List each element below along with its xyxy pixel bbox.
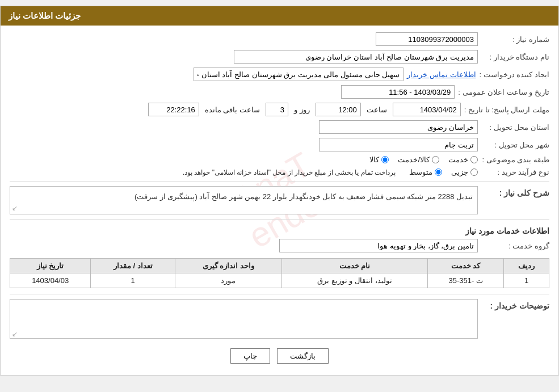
- purchase-note: پرداخت تمام یا بخشی از مبلغ خریدار از مح…: [183, 168, 396, 176]
- delivery-city-label: شهر محل تحویل :: [481, 141, 549, 149]
- cell-code: ت -351-35: [428, 273, 504, 288]
- response-time-input: [316, 103, 361, 116]
- cell-unit: مورد: [175, 273, 282, 288]
- requester-row: ایجاد کننده درخواست : اطلاعات تماس خریدا…: [10, 68, 549, 81]
- buyer-notes-wrapper: ↙: [10, 299, 478, 340]
- cell-row-number: 1: [504, 273, 549, 288]
- description-wrapper: تبدیل 2288 متر شبکه سیمی فشار ضعیف به کا…: [10, 186, 478, 214]
- announcement-row: تاریخ و ساعت اعلان عمومی :: [10, 85, 549, 99]
- buyer-org-label: نام دستگاه خریدار :: [481, 53, 549, 61]
- service-group-label: گروه خدمت :: [481, 242, 549, 250]
- category-radio-service[interactable]: [470, 156, 478, 163]
- category-service-label: خدمت: [448, 155, 468, 164]
- category-option-goods[interactable]: کالا: [369, 155, 389, 164]
- response-date-input: [393, 103, 461, 116]
- purchase-type-row: نوع فرآیند خرید : جزیی متوسط پرداخت تمام…: [10, 168, 549, 176]
- separator-2: [10, 219, 549, 220]
- category-row: طبقه بندی موضوعی : خدمت کالا/خدمت کالا: [10, 155, 549, 164]
- page-header: جزئیات اطلاعات نیاز: [1, 6, 558, 26]
- resize-arrow-icon: ↙: [12, 204, 18, 212]
- description-row: شرح کلی نیاز : تبدیل 2288 متر شبکه سیمی …: [10, 186, 549, 214]
- delivery-province-input: [319, 120, 478, 134]
- request-number-row: شماره نیاز :: [10, 32, 549, 46]
- buyer-notes-label: توضیحات خریدار :: [481, 299, 549, 310]
- purchase-type-label: نوع فرآیند خرید :: [481, 168, 549, 176]
- separator-1: [10, 181, 549, 182]
- response-deadline-label: مهلت ارسال پاسخ: تا تاریخ :: [464, 106, 549, 114]
- service-group-row: گروه خدمت :: [10, 239, 549, 252]
- content-area: AnaTender شماره نیاز : نام دستگاه خریدار…: [1, 26, 558, 375]
- button-group: بازگشت چاپ: [10, 348, 549, 364]
- response-deadline-row: مهلت ارسال پاسخ: تا تاریخ : ساعت روز و س…: [10, 103, 549, 116]
- description-text: تبدیل 2288 متر شبکه سیمی فشار ضعیف به کا…: [10, 186, 478, 214]
- request-number-input[interactable]: [376, 32, 478, 46]
- request-number-label: شماره نیاز :: [481, 35, 549, 44]
- services-table-section: ردیف کد خدمت نام خدمت واحد اندازه گیری ت…: [10, 258, 549, 288]
- col-header-row: ردیف: [504, 259, 549, 273]
- response-remaining-input: [148, 103, 199, 116]
- purchase-type-radio-group: جزیی متوسط پرداخت تمام یا بخشی از مبلغ خ…: [183, 168, 478, 176]
- table-row: 1 ت -351-35 تولید، انتقال و توزیع برق مو…: [10, 273, 549, 288]
- col-header-unit: واحد اندازه گیری: [175, 259, 282, 273]
- description-label: شرح کلی نیاز :: [481, 186, 549, 197]
- buyer-org-row: نام دستگاه خریدار : (function(){ var el …: [10, 50, 549, 64]
- cell-name: تولید، انتقال و توزیع برق: [281, 273, 427, 288]
- purchase-type-medium[interactable]: متوسط: [409, 168, 442, 176]
- category-option-both[interactable]: کالا/خدمت: [398, 155, 439, 164]
- category-radio-goods[interactable]: [381, 156, 389, 163]
- category-option-service[interactable]: خدمت: [448, 155, 478, 164]
- page-title: جزئیات اطلاعات نیاز: [9, 11, 81, 20]
- requester-input: [194, 68, 404, 81]
- category-radio-group: خدمت کالا/خدمت کالا: [369, 155, 478, 164]
- cell-date: 1403/04/03: [10, 273, 91, 288]
- requester-label: ایجاد کننده درخواست :: [480, 70, 549, 79]
- col-header-code: کد خدمت: [428, 259, 504, 273]
- textarea-resize-icon: ↙: [12, 330, 18, 338]
- separator-3: [10, 294, 549, 294]
- back-button[interactable]: بازگشت: [277, 348, 329, 364]
- buyer-org-input[interactable]: [234, 50, 478, 64]
- category-label: طبقه بندی موضوعی :: [481, 155, 549, 164]
- response-days-input: [266, 103, 288, 116]
- purchase-medium-label: متوسط: [409, 168, 432, 176]
- services-table: ردیف کد خدمت نام خدمت واحد اندازه گیری ت…: [10, 258, 549, 288]
- response-time-label: ساعت: [367, 106, 387, 114]
- service-group-input: [279, 239, 478, 252]
- page-wrapper: جزئیات اطلاعات نیاز AnaTender شماره نیاز…: [0, 6, 559, 376]
- purchase-type-radio-partial[interactable]: [470, 168, 478, 176]
- delivery-province-row: استان محل تحویل :: [10, 120, 549, 134]
- requester-link[interactable]: اطلاعات تماس خریدار: [407, 70, 476, 79]
- category-radio-both[interactable]: [432, 156, 439, 163]
- delivery-city-row: شهر محل تحویل :: [10, 138, 549, 151]
- announcement-label: تاریخ و ساعت اعلان عمومی :: [458, 88, 549, 96]
- buyer-notes-row: توضیحات خریدار : ↙: [10, 299, 549, 340]
- buyer-notes-textarea[interactable]: [10, 299, 478, 339]
- purchase-type-radio-medium[interactable]: [435, 168, 442, 176]
- main-content: شماره نیاز : نام دستگاه خریدار : (functi…: [10, 32, 549, 364]
- purchase-partial-label: جزیی: [451, 168, 468, 176]
- print-button[interactable]: چاپ: [230, 348, 270, 364]
- delivery-province-label: استان محل تحویل :: [481, 123, 549, 132]
- purchase-type-partial[interactable]: جزیی: [451, 168, 478, 176]
- announcement-date-input: [341, 85, 455, 99]
- category-goods-label: کالا: [369, 155, 379, 164]
- response-remaining-label: ساعت باقی مانده: [205, 106, 260, 114]
- response-days-label: روز و: [294, 106, 310, 114]
- col-header-date: تاریخ نیاز: [10, 259, 91, 273]
- category-both-label: کالا/خدمت: [398, 155, 430, 164]
- delivery-city-input: [319, 138, 478, 151]
- cell-quantity: 1: [91, 273, 175, 288]
- services-section-title: اطلاعات خدمات مورد نیاز: [10, 226, 549, 235]
- col-header-name: نام خدمت: [281, 259, 427, 273]
- col-header-quantity: تعداد / مقدار: [91, 259, 175, 273]
